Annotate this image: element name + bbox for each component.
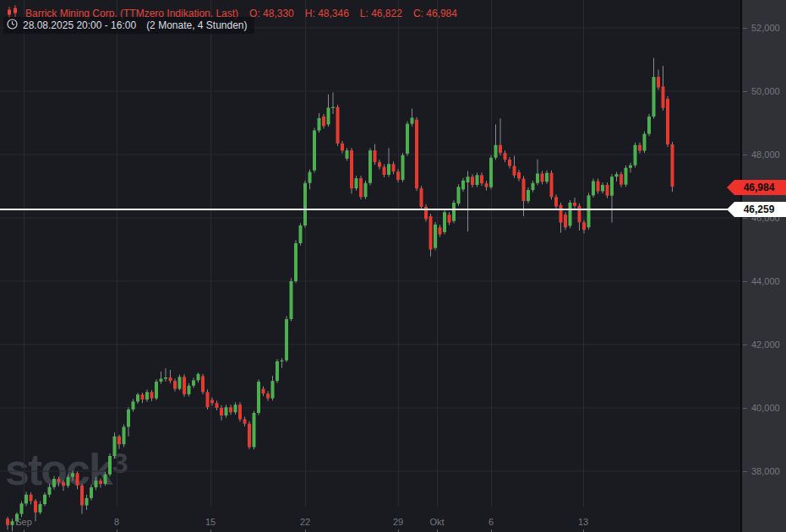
candle-up: [253, 413, 256, 448]
candle-down: [508, 160, 511, 166]
ohlc-high: H: 48,346: [305, 8, 349, 19]
candle-up: [164, 377, 167, 379]
candle-down: [57, 479, 61, 482]
candle-down: [415, 120, 418, 188]
candle-down: [522, 179, 526, 202]
price-tick: [743, 471, 747, 472]
candle-down: [564, 214, 567, 227]
gridlines: [0, 0, 741, 507]
candlestick-chart[interactable]: [0, 0, 786, 532]
price-axis-label: 52,000: [742, 22, 786, 34]
time-axis-label: 15: [205, 517, 216, 527]
candle-down: [183, 377, 186, 394]
candle-up: [43, 495, 46, 504]
candle-up: [127, 410, 130, 427]
candle-up: [452, 203, 456, 221]
candles: [6, 58, 674, 532]
price-axis-label: 44,000: [742, 275, 786, 287]
price-tick: [743, 281, 747, 282]
candle-up: [285, 319, 288, 361]
candle-up: [467, 176, 470, 182]
time-axis[interactable]: Sep8152229Okt613: [0, 507, 742, 532]
candle-down: [76, 473, 79, 486]
candle-down: [62, 482, 65, 486]
candle-up: [406, 124, 409, 154]
candle-down: [99, 480, 102, 484]
candle-up: [25, 495, 28, 504]
candle-down: [322, 117, 325, 126]
candle-up: [331, 107, 335, 108]
candle-down: [471, 176, 474, 185]
price-tick: [743, 408, 747, 409]
candle-up: [318, 118, 321, 131]
candle-up: [294, 243, 297, 281]
candle-up: [601, 185, 604, 192]
candle-down: [229, 407, 232, 412]
candle-up: [48, 487, 52, 495]
price-axis-label: 50,000: [742, 85, 786, 97]
candle-up: [234, 404, 237, 412]
candle-down: [439, 227, 442, 234]
candle-down: [606, 185, 609, 196]
candle-down: [662, 86, 665, 108]
candle-down: [266, 394, 270, 399]
candle-up: [346, 150, 349, 159]
candle-up: [625, 168, 628, 185]
candle-down: [517, 172, 521, 179]
candle-down: [243, 420, 247, 424]
price-tick: [743, 28, 747, 29]
candle-up: [276, 361, 279, 381]
candle-up: [364, 183, 368, 198]
candle-up: [108, 456, 112, 475]
candle-up: [85, 498, 89, 506]
price-axis[interactable]: 52,00050,00048,00046,00044,00042,00040,0…: [740, 0, 786, 532]
candle-up: [132, 402, 135, 410]
candle-down: [30, 495, 33, 502]
candle-up: [145, 392, 149, 399]
candle-up: [104, 475, 107, 484]
candle-down: [336, 107, 340, 144]
candle-up: [629, 166, 632, 168]
price-axis-label: 40,000: [742, 402, 786, 414]
candle-up: [67, 477, 70, 486]
price-axis-label: 48,000: [742, 149, 786, 160]
price-axis-label: 38,000: [742, 465, 786, 477]
candle-down: [341, 144, 344, 151]
candle-down: [573, 203, 576, 206]
candle-up: [303, 183, 307, 225]
candle-down: [541, 174, 544, 182]
candle-down: [513, 166, 516, 176]
price-axis-label: 42,000: [742, 339, 786, 350]
candle-down: [206, 392, 210, 407]
candle-up: [271, 381, 275, 399]
price-tick: [743, 91, 747, 92]
candle-up: [461, 181, 465, 190]
candle-down: [597, 182, 600, 192]
candle-up: [489, 158, 493, 187]
candle-down: [480, 175, 483, 183]
candle-up: [355, 178, 358, 188]
horizontal-price-line[interactable]: [0, 209, 742, 210]
candle-down: [448, 214, 451, 222]
price-line-badge[interactable]: 46,259: [727, 202, 786, 217]
candle-down: [396, 171, 400, 180]
candle-down: [504, 153, 507, 160]
candle-down: [80, 486, 84, 506]
candle-down: [582, 222, 586, 230]
candle-up: [527, 190, 530, 201]
time-axis-label: 29: [393, 517, 403, 527]
candle-down: [350, 150, 353, 188]
candle-up: [123, 427, 126, 445]
candle-up: [313, 131, 316, 171]
ohlc-open: O: 48,330: [249, 8, 294, 19]
price-tick: [743, 345, 747, 345]
candle-up: [290, 281, 293, 319]
time-axis-label: 22: [300, 517, 310, 527]
candle-down: [671, 144, 674, 187]
candle-down: [262, 389, 265, 394]
candle-up: [257, 382, 260, 413]
candle-up: [368, 150, 372, 183]
timeframe-label: (2 Monate, 4 Stunden): [146, 19, 247, 31]
candle-up: [401, 155, 405, 180]
candle-down: [220, 408, 223, 415]
